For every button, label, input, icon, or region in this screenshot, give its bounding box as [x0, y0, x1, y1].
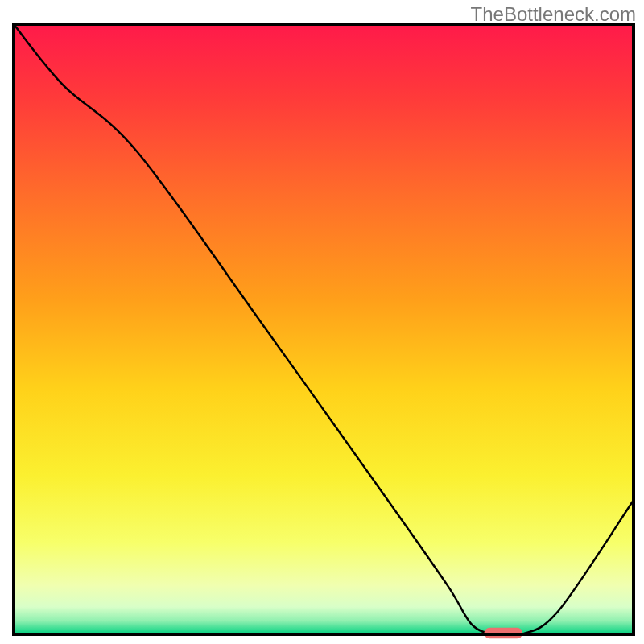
chart-container: TheBottleneck.com — [0, 0, 644, 644]
plot-area — [14, 24, 634, 638]
watermark-text: TheBottleneck.com — [471, 3, 636, 26]
bottleneck-chart — [0, 0, 644, 644]
gradient-background — [14, 24, 634, 634]
